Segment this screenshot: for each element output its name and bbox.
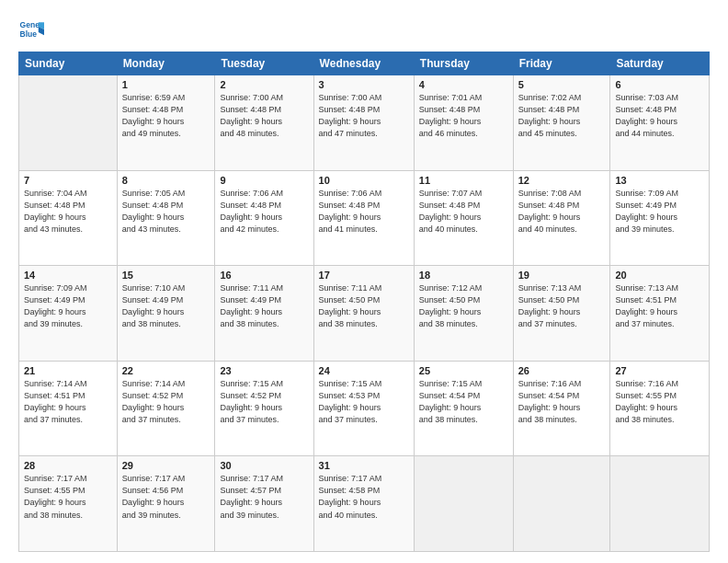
page: General Blue SundayMondayTuesdayWednesda… (0, 0, 728, 563)
day-number: 21 (24, 365, 112, 376)
calendar-cell: 27Sunrise: 7:16 AM Sunset: 4:55 PM Dayli… (610, 361, 710, 456)
day-detail: Sunrise: 7:02 AM Sunset: 4:48 PM Dayligh… (518, 92, 606, 140)
calendar-cell: 24Sunrise: 7:15 AM Sunset: 4:53 PM Dayli… (313, 361, 414, 456)
calendar-cell: 16Sunrise: 7:11 AM Sunset: 4:49 PM Dayli… (215, 266, 313, 362)
day-detail: Sunrise: 7:13 AM Sunset: 4:50 PM Dayligh… (518, 282, 606, 330)
calendar-cell: 9Sunrise: 7:06 AM Sunset: 4:48 PM Daylig… (215, 170, 313, 266)
calendar-cell: 30Sunrise: 7:17 AM Sunset: 4:57 PM Dayli… (215, 456, 313, 552)
day-detail: Sunrise: 7:08 AM Sunset: 4:48 PM Dayligh… (518, 188, 606, 236)
calendar-week-1: 1Sunrise: 6:59 AM Sunset: 4:48 PM Daylig… (19, 75, 710, 171)
day-number: 5 (518, 79, 606, 90)
day-number: 19 (518, 270, 606, 281)
calendar-week-4: 21Sunrise: 7:14 AM Sunset: 4:51 PM Dayli… (19, 361, 710, 456)
day-detail: Sunrise: 7:07 AM Sunset: 4:48 PM Dayligh… (419, 188, 508, 236)
logo-icon: General Blue (18, 17, 44, 42)
calendar-cell: 29Sunrise: 7:17 AM Sunset: 4:56 PM Dayli… (117, 456, 215, 552)
day-detail: Sunrise: 7:17 AM Sunset: 4:56 PM Dayligh… (122, 473, 210, 521)
header-day-monday: Monday (117, 52, 215, 75)
day-number: 27 (615, 365, 704, 376)
day-number: 31 (319, 460, 409, 471)
day-detail: Sunrise: 7:17 AM Sunset: 4:55 PM Dayligh… (24, 473, 112, 521)
calendar-cell: 3Sunrise: 7:00 AM Sunset: 4:48 PM Daylig… (313, 75, 414, 171)
calendar-cell: 7Sunrise: 7:04 AM Sunset: 4:48 PM Daylig… (19, 170, 118, 266)
day-number: 15 (122, 270, 210, 281)
day-number: 8 (122, 175, 210, 186)
day-number: 26 (518, 365, 606, 376)
calendar-cell: 1Sunrise: 6:59 AM Sunset: 4:48 PM Daylig… (117, 75, 215, 171)
day-detail: Sunrise: 7:13 AM Sunset: 4:51 PM Dayligh… (615, 282, 704, 330)
calendar-cell: 18Sunrise: 7:12 AM Sunset: 4:50 PM Dayli… (414, 266, 513, 362)
day-detail: Sunrise: 7:17 AM Sunset: 4:57 PM Dayligh… (220, 473, 308, 521)
day-number: 16 (220, 270, 308, 281)
day-detail: Sunrise: 7:16 AM Sunset: 4:55 PM Dayligh… (615, 378, 704, 426)
day-number: 25 (419, 365, 508, 376)
calendar-table: SundayMondayTuesdayWednesdayThursdayFrid… (18, 52, 710, 552)
calendar-cell: 2Sunrise: 7:00 AM Sunset: 4:48 PM Daylig… (215, 75, 313, 171)
header-day-sunday: Sunday (19, 52, 118, 75)
day-number: 13 (615, 175, 704, 186)
calendar-cell (414, 456, 513, 552)
day-detail: Sunrise: 7:15 AM Sunset: 4:52 PM Dayligh… (220, 378, 308, 426)
day-detail: Sunrise: 7:14 AM Sunset: 4:52 PM Dayligh… (122, 378, 210, 426)
calendar-cell: 26Sunrise: 7:16 AM Sunset: 4:54 PM Dayli… (513, 361, 610, 456)
day-number: 4 (419, 79, 508, 90)
calendar-cell (19, 75, 118, 171)
header-day-friday: Friday (513, 52, 610, 75)
day-detail: Sunrise: 7:06 AM Sunset: 4:48 PM Dayligh… (319, 188, 409, 236)
calendar-cell: 8Sunrise: 7:05 AM Sunset: 4:48 PM Daylig… (117, 170, 215, 266)
day-detail: Sunrise: 7:09 AM Sunset: 4:49 PM Dayligh… (24, 282, 112, 330)
day-number: 2 (220, 79, 308, 90)
day-number: 10 (319, 175, 409, 186)
day-detail: Sunrise: 7:10 AM Sunset: 4:49 PM Dayligh… (122, 282, 210, 330)
day-number: 23 (220, 365, 308, 376)
header-day-thursday: Thursday (414, 52, 513, 75)
calendar-cell: 23Sunrise: 7:15 AM Sunset: 4:52 PM Dayli… (215, 361, 313, 456)
calendar-cell: 25Sunrise: 7:15 AM Sunset: 4:54 PM Dayli… (414, 361, 513, 456)
header: General Blue (18, 17, 710, 42)
calendar-cell: 28Sunrise: 7:17 AM Sunset: 4:55 PM Dayli… (19, 456, 118, 552)
calendar-cell: 12Sunrise: 7:08 AM Sunset: 4:48 PM Dayli… (513, 170, 610, 266)
header-day-wednesday: Wednesday (313, 52, 414, 75)
header-day-saturday: Saturday (610, 52, 710, 75)
calendar-cell: 19Sunrise: 7:13 AM Sunset: 4:50 PM Dayli… (513, 266, 610, 362)
day-detail: Sunrise: 7:12 AM Sunset: 4:50 PM Dayligh… (419, 282, 508, 330)
calendar-cell: 17Sunrise: 7:11 AM Sunset: 4:50 PM Dayli… (313, 266, 414, 362)
day-number: 17 (319, 270, 409, 281)
calendar-cell: 4Sunrise: 7:01 AM Sunset: 4:48 PM Daylig… (414, 75, 513, 171)
day-detail: Sunrise: 7:00 AM Sunset: 4:48 PM Dayligh… (220, 92, 308, 140)
day-detail: Sunrise: 7:01 AM Sunset: 4:48 PM Dayligh… (419, 92, 508, 140)
calendar-week-3: 14Sunrise: 7:09 AM Sunset: 4:49 PM Dayli… (19, 266, 710, 362)
day-number: 14 (24, 270, 112, 281)
calendar-cell: 14Sunrise: 7:09 AM Sunset: 4:49 PM Dayli… (19, 266, 118, 362)
day-detail: Sunrise: 7:04 AM Sunset: 4:48 PM Dayligh… (24, 188, 112, 236)
header-day-tuesday: Tuesday (215, 52, 313, 75)
day-number: 28 (24, 460, 112, 471)
calendar-week-5: 28Sunrise: 7:17 AM Sunset: 4:55 PM Dayli… (19, 456, 710, 552)
day-number: 12 (518, 175, 606, 186)
day-detail: Sunrise: 7:17 AM Sunset: 4:58 PM Dayligh… (319, 473, 409, 521)
svg-text:Blue: Blue (20, 29, 38, 39)
day-number: 1 (122, 79, 210, 90)
day-number: 29 (122, 460, 210, 471)
day-number: 11 (419, 175, 508, 186)
day-number: 3 (319, 79, 409, 90)
day-number: 9 (220, 175, 308, 186)
day-detail: Sunrise: 7:11 AM Sunset: 4:50 PM Dayligh… (319, 282, 409, 330)
day-number: 20 (615, 270, 704, 281)
day-detail: Sunrise: 7:15 AM Sunset: 4:54 PM Dayligh… (419, 378, 508, 426)
calendar-cell (610, 456, 710, 552)
calendar-cell: 5Sunrise: 7:02 AM Sunset: 4:48 PM Daylig… (513, 75, 610, 171)
day-number: 6 (615, 79, 704, 90)
day-detail: Sunrise: 7:06 AM Sunset: 4:48 PM Dayligh… (220, 188, 308, 236)
calendar-cell: 22Sunrise: 7:14 AM Sunset: 4:52 PM Dayli… (117, 361, 215, 456)
calendar-cell: 20Sunrise: 7:13 AM Sunset: 4:51 PM Dayli… (610, 266, 710, 362)
calendar-cell: 31Sunrise: 7:17 AM Sunset: 4:58 PM Dayli… (313, 456, 414, 552)
day-detail: Sunrise: 7:09 AM Sunset: 4:49 PM Dayligh… (615, 188, 704, 236)
calendar-cell: 10Sunrise: 7:06 AM Sunset: 4:48 PM Dayli… (313, 170, 414, 266)
calendar-cell: 13Sunrise: 7:09 AM Sunset: 4:49 PM Dayli… (610, 170, 710, 266)
day-number: 30 (220, 460, 308, 471)
calendar-cell: 21Sunrise: 7:14 AM Sunset: 4:51 PM Dayli… (19, 361, 118, 456)
day-detail: Sunrise: 7:00 AM Sunset: 4:48 PM Dayligh… (319, 92, 409, 140)
day-detail: Sunrise: 7:14 AM Sunset: 4:51 PM Dayligh… (24, 378, 112, 426)
calendar-cell: 15Sunrise: 7:10 AM Sunset: 4:49 PM Dayli… (117, 266, 215, 362)
